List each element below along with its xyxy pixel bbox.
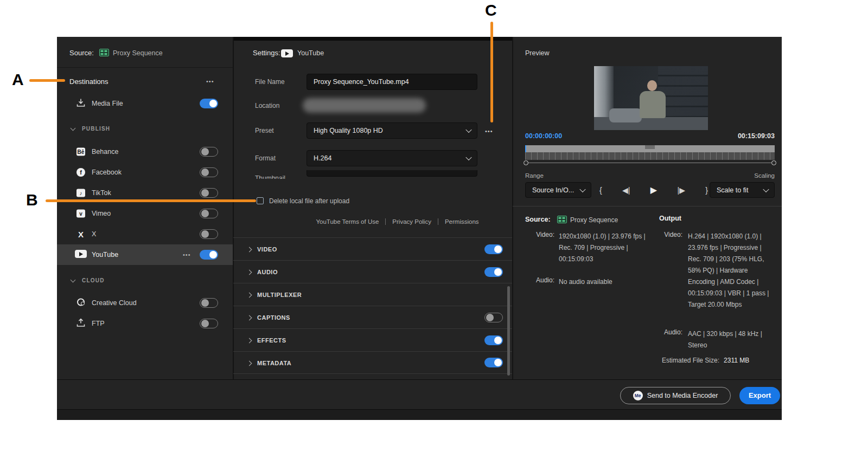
range-handle-track [525, 163, 775, 163]
captions-toggle[interactable] [484, 313, 503, 322]
toggle-knob [201, 299, 209, 307]
facebook-glyph: f [76, 168, 85, 177]
source-audio-value: No audio available [559, 276, 646, 288]
range-out-handle[interactable] [771, 160, 776, 165]
destination-ftp[interactable]: FTP [57, 313, 233, 334]
source-sequence-name: Proxy Sequence [113, 49, 163, 57]
effects-toggle[interactable] [484, 335, 503, 345]
location-value-redacted[interactable] [303, 98, 426, 113]
preset-select[interactable]: High Quality 1080p HD [307, 122, 477, 139]
estimated-file-size-label: Estimated File Size: [662, 357, 719, 364]
play-button[interactable]: ▶ [650, 182, 657, 198]
thumbnail-person-body [640, 91, 666, 118]
section-label: AUDIO [257, 269, 278, 275]
format-select[interactable]: H.264 [307, 150, 477, 166]
scrub-thumb[interactable] [645, 145, 655, 149]
destination-x[interactable]: X X [57, 224, 233, 244]
metadata-toggle[interactable] [484, 358, 503, 367]
chevron-down-icon [465, 154, 471, 160]
destination-label: FTP [92, 320, 105, 327]
permissions-link[interactable]: Permissions [445, 218, 479, 225]
media-file-icon [74, 98, 87, 109]
thumbnail-row-clipped: Thumbnail [233, 170, 513, 179]
chevron-right-icon [247, 247, 252, 253]
info-source-label: Source: [525, 216, 551, 223]
source-audio-label: Audio: [527, 276, 554, 284]
chevron-right-icon [247, 270, 252, 275]
send-to-media-encoder-button[interactable]: Me Send to Media Encoder [620, 387, 731, 404]
destination-vimeo[interactable]: v Vimeo [57, 203, 233, 224]
publish-group-label: PUBLISH [82, 126, 110, 132]
section-label: MULTIPLEXER [257, 292, 302, 298]
thumbnail-field-partial[interactable] [307, 170, 477, 177]
playhead-marker[interactable] [525, 145, 526, 152]
link-separator [438, 218, 438, 225]
section-label: VIDEO [257, 246, 277, 253]
timecode-duration: 00:15:09:03 [738, 132, 775, 140]
step-forward-button[interactable]: |▶ [678, 182, 685, 198]
set-in-point-button[interactable]: { [599, 182, 602, 198]
preset-more-button[interactable]: ••• [485, 128, 493, 134]
facebook-icon: f [74, 168, 87, 177]
cloud-group-label: CLOUD [82, 277, 105, 283]
tiktok-glyph: ♪ [76, 189, 85, 197]
youtube-toggle[interactable] [200, 250, 218, 260]
destination-label: Creative Cloud [92, 299, 137, 307]
annotation-letter-c: C [485, 1, 497, 20]
behance-toggle[interactable] [200, 147, 218, 157]
destination-behance[interactable]: Bē Behance [57, 141, 233, 162]
destination-facebook[interactable]: f Facebook [57, 162, 233, 183]
toggle-knob [201, 210, 209, 217]
preview-scrub-bar[interactable] [525, 145, 775, 152]
output-audio-label: Audio: [658, 328, 682, 336]
toggle-knob [209, 100, 217, 107]
range-in-handle[interactable] [524, 160, 528, 165]
file-name-input[interactable]: Proxy Sequence_YouTube.mp4 [307, 74, 477, 90]
toggle-knob [486, 314, 494, 321]
destination-creative-cloud[interactable]: Creative Cloud [57, 293, 233, 313]
scaling-select[interactable]: Scale to fit [710, 182, 775, 198]
facebook-toggle[interactable] [200, 167, 218, 177]
cloud-group-header[interactable]: CLOUD [57, 273, 233, 287]
media-file-toggle[interactable] [200, 99, 218, 108]
range-select[interactable]: Source In/O... [525, 182, 591, 198]
tiktok-toggle[interactable] [200, 188, 218, 198]
set-out-point-button[interactable]: } [705, 182, 708, 198]
audio-toggle[interactable] [484, 267, 503, 277]
link-separator [385, 218, 386, 225]
chevron-down-icon [579, 186, 585, 192]
destinations-menu-button[interactable]: ••• [206, 78, 214, 85]
scaling-value: Scale to fit [717, 186, 748, 194]
settings-label: Settings: [253, 49, 280, 57]
youtube-menu-button[interactable]: ••• [183, 251, 191, 258]
section-multiplexer[interactable]: MULTIPLEXER [233, 283, 513, 306]
toggle-knob [201, 189, 209, 197]
video-toggle[interactable] [484, 244, 503, 254]
vimeo-toggle[interactable] [200, 209, 218, 218]
chevron-right-icon [247, 315, 252, 321]
privacy-policy-link[interactable]: Privacy Policy [392, 218, 431, 225]
section-effects[interactable]: EFFECTS [233, 328, 513, 351]
section-captions[interactable]: CAPTIONS [233, 306, 513, 328]
terms-of-use-link[interactable]: YouTube Terms of Use [316, 218, 379, 225]
chevron-down-icon [763, 186, 769, 192]
x-toggle[interactable] [200, 229, 218, 239]
sequence-icon [99, 49, 109, 58]
section-video[interactable]: VIDEO [233, 237, 513, 260]
chevron-down-icon [465, 127, 471, 133]
section-metadata[interactable]: METADATA [233, 351, 513, 374]
export-button[interactable]: Export [739, 387, 780, 404]
behance-glyph: Bē [76, 148, 86, 156]
settings-scrollbar[interactable] [507, 286, 510, 376]
ftp-toggle[interactable] [200, 319, 218, 328]
destination-media-file[interactable]: Media File [57, 93, 233, 114]
delete-local-file-checkbox[interactable] [257, 197, 264, 204]
toggle-knob [201, 169, 209, 176]
section-audio[interactable]: AUDIO [233, 260, 513, 283]
timeline-ruler[interactable] [525, 152, 775, 160]
publish-group-header[interactable]: PUBLISH [57, 121, 233, 135]
preview-title: Preview [525, 49, 549, 57]
destination-youtube[interactable]: YouTube ••• [57, 244, 233, 265]
creative-cloud-toggle[interactable] [200, 298, 218, 308]
step-back-button[interactable]: ◀| [622, 182, 630, 198]
